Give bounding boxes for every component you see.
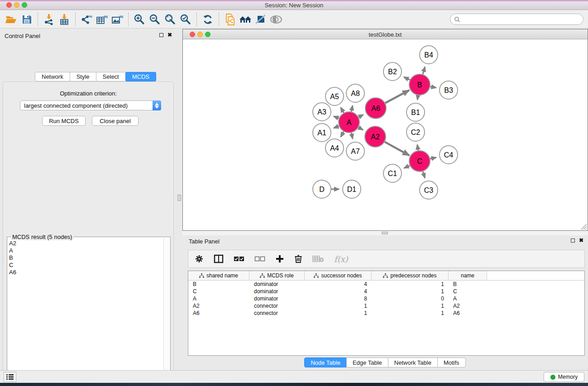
save-session-icon[interactable] <box>19 12 34 27</box>
node-A[interactable]: A <box>339 112 359 133</box>
table-row[interactable]: Bdominator41B <box>188 281 584 288</box>
optimization-criterion-select[interactable]: largest connected component (directed) <box>20 100 161 110</box>
node-A4[interactable]: A4 <box>325 139 344 157</box>
float-table-panel-icon[interactable] <box>571 238 575 243</box>
column-layout-icon[interactable] <box>214 254 224 263</box>
node-B3[interactable]: B3 <box>440 81 458 99</box>
home-icon[interactable] <box>238 12 253 27</box>
tab-network[interactable]: Network <box>35 72 70 81</box>
node-B4[interactable]: B4 <box>420 46 438 64</box>
vertical-splitter[interactable] <box>177 29 182 370</box>
column-header-predecessor-nodes[interactable]: predecessor nodes <box>372 271 449 280</box>
cell-predecessor-nodes[interactable]: 1 <box>372 281 449 288</box>
node-B1[interactable]: B1 <box>406 103 425 121</box>
node-D[interactable]: D <box>313 180 331 198</box>
node-A3[interactable]: A3 <box>313 103 331 121</box>
cell-mcds-role[interactable]: connector <box>249 310 305 317</box>
table-options-icon[interactable] <box>195 254 204 263</box>
cell-shared-name[interactable]: A <box>188 295 249 302</box>
mcds-result-item[interactable]: B <box>9 254 162 262</box>
select-all-icon[interactable] <box>234 256 244 262</box>
cell-predecessor-nodes[interactable]: 1 <box>372 288 449 295</box>
zoom-fit-icon[interactable] <box>163 12 178 27</box>
node-A7[interactable]: A7 <box>346 142 364 160</box>
node-B[interactable]: B <box>409 74 430 95</box>
node-D1[interactable]: D1 <box>343 180 361 198</box>
column-header-mcds-role[interactable]: MCDS role <box>249 271 305 280</box>
refresh-icon[interactable] <box>200 12 215 27</box>
mcds-result-item[interactable]: A6 <box>9 269 162 276</box>
open-file-icon[interactable] <box>4 12 19 27</box>
zoom-in-icon[interactable] <box>132 12 147 27</box>
table-row[interactable]: Adominator80A <box>188 295 584 302</box>
cell-predecessor-nodes[interactable]: 0 <box>372 295 449 302</box>
cell-shared-name[interactable]: C <box>188 288 249 295</box>
table-row[interactable]: Cdominator41C <box>188 288 584 295</box>
cell-name[interactable]: A <box>449 295 487 302</box>
node-A1[interactable]: A1 <box>313 124 331 142</box>
float-panel-icon[interactable] <box>159 33 163 37</box>
node-A2[interactable]: A2 <box>365 126 386 147</box>
cell-mcds-role[interactable]: connector <box>249 302 305 310</box>
zoom-out-icon[interactable] <box>147 12 163 27</box>
node-C3[interactable]: C3 <box>420 181 438 199</box>
edge-A6-B[interactable] <box>384 90 410 104</box>
cell-name[interactable]: A6 <box>449 310 487 317</box>
network-window-titlebar[interactable]: testGlobe.txt <box>183 29 588 39</box>
tab-select[interactable]: Select <box>96 72 126 81</box>
cell-mcds-role[interactable]: dominator <box>249 295 305 302</box>
close-table-panel-icon[interactable]: ✖ <box>579 238 583 243</box>
cell-mcds-role[interactable]: dominator <box>249 288 305 295</box>
cell-name[interactable]: B <box>449 281 487 288</box>
cell-mcds-role[interactable]: dominator <box>249 281 305 288</box>
tab-network-table[interactable]: Network Table <box>388 357 438 367</box>
column-header-successor-nodes[interactable]: successor nodes <box>305 271 372 280</box>
cell-shared-name[interactable]: B <box>188 281 249 288</box>
import-network-icon[interactable] <box>41 12 57 27</box>
mcds-list-scrollbar[interactable] <box>163 238 170 385</box>
column-header-shared-name[interactable]: shared name <box>188 271 249 280</box>
node-C2[interactable]: C2 <box>406 123 425 141</box>
table-row[interactable]: A6connector11A6 <box>188 310 584 317</box>
node-C4[interactable]: C4 <box>440 146 458 164</box>
search-field[interactable] <box>450 14 583 25</box>
delete-table-icon[interactable] <box>312 255 324 262</box>
add-column-icon[interactable] <box>275 254 284 263</box>
zoom-selected-icon[interactable] <box>178 12 193 27</box>
cell-predecessor-nodes[interactable]: 1 <box>372 310 449 317</box>
resize-grip[interactable] <box>581 224 587 230</box>
node-C[interactable]: C <box>409 151 430 172</box>
mcds-result-item[interactable]: A <box>9 247 162 254</box>
run-mcds-button[interactable]: Run MCDS <box>42 116 86 126</box>
node-B2[interactable]: B2 <box>383 62 402 81</box>
tab-style[interactable]: Style <box>70 72 96 81</box>
tab-edge-table[interactable]: Edge Table <box>346 357 388 367</box>
horizontal-splitter[interactable] <box>182 231 588 235</box>
cell-successor-nodes[interactable]: 4 <box>305 281 372 288</box>
cell-successor-nodes[interactable]: 4 <box>305 288 372 295</box>
mcds-result-item[interactable]: A2 <box>9 240 162 247</box>
export-table-icon[interactable] <box>94 12 110 27</box>
task-history-button[interactable] <box>4 372 16 382</box>
edge-A2-C[interactable] <box>383 141 409 155</box>
cell-successor-nodes[interactable]: 1 <box>305 302 372 310</box>
search-input[interactable] <box>460 16 583 23</box>
copy-style-icon[interactable] <box>222 12 238 27</box>
delete-column-icon[interactable] <box>294 254 302 263</box>
node-A8[interactable]: A8 <box>346 84 364 102</box>
cell-successor-nodes[interactable]: 1 <box>305 310 372 317</box>
column-header-name[interactable]: name <box>449 271 487 280</box>
horizontal-splitter-handle[interactable] <box>382 232 388 234</box>
memory-button[interactable]: Memory <box>544 372 584 382</box>
close-panel-icon[interactable]: ✖ <box>167 33 172 37</box>
network-canvas[interactable]: AA1A2A3A4A5A6A7A8BB1B2B3B4CC1C2C3C4DD1 <box>183 39 588 230</box>
cell-successor-nodes[interactable]: 8 <box>305 295 372 302</box>
mcds-result-item[interactable]: C <box>9 262 162 269</box>
node-A6[interactable]: A6 <box>365 98 386 119</box>
vertical-splitter-handle[interactable] <box>177 195 181 201</box>
deselect-all-icon[interactable] <box>254 256 265 262</box>
cell-name[interactable]: A2 <box>449 302 487 310</box>
export-image-icon[interactable] <box>110 12 125 27</box>
node-A5[interactable]: A5 <box>325 87 344 105</box>
tab-motifs[interactable]: Motifs <box>437 357 466 367</box>
